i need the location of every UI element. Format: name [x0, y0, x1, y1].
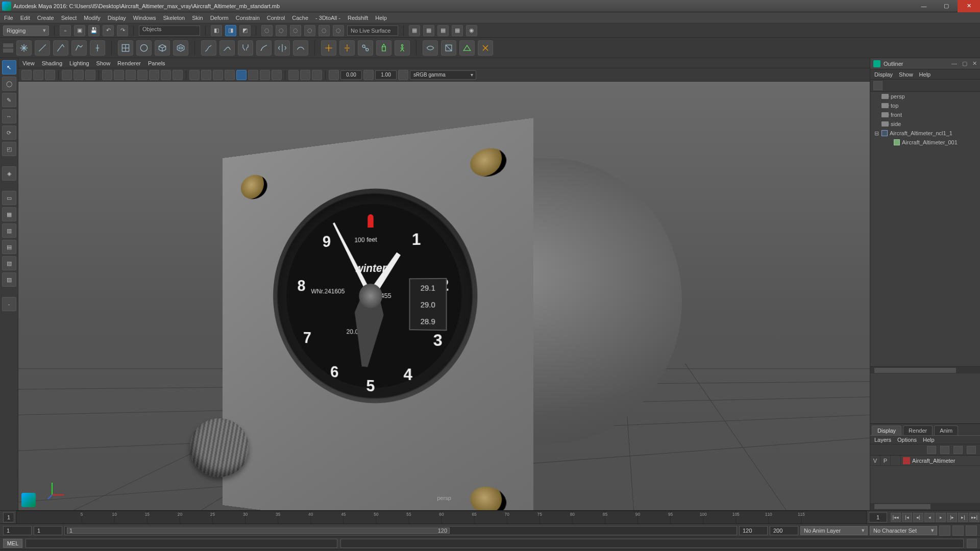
ik-handle-icon[interactable] [201, 40, 216, 56]
last-tool-button[interactable]: ◈ [2, 166, 16, 181]
script-language-toggle[interactable]: MEL [3, 539, 22, 548]
vp-wireframe-icon[interactable] [189, 70, 200, 80]
sphere-deform-icon[interactable] [136, 40, 152, 56]
layout-a-button[interactable]: ▥ [2, 223, 16, 238]
anim-layer-dropdown[interactable]: No Anim Layer [800, 526, 868, 535]
tab-display[interactable]: Display [872, 425, 901, 435]
vp-xray-icon[interactable] [300, 70, 310, 80]
menu-control[interactable]: Control [267, 15, 285, 21]
vp-resolution-gate-icon[interactable] [126, 70, 136, 80]
edge-tool-icon[interactable] [35, 40, 50, 56]
vp-film-gate-icon[interactable] [114, 70, 124, 80]
vp-gate-mask-icon[interactable] [137, 70, 148, 80]
time-ruler[interactable]: 5101520253035404550556065707580859095100… [16, 511, 867, 524]
layout-b-button[interactable]: ▤ [2, 240, 16, 254]
step-forward-button[interactable]: |▸ [947, 513, 957, 522]
menu-create[interactable]: Create [37, 15, 54, 21]
bind-skin-icon[interactable] [238, 40, 253, 56]
vp-image-plane-icon[interactable] [62, 70, 72, 80]
vp-xray-joints-icon[interactable] [312, 70, 322, 80]
range-track[interactable]: 1120 [64, 526, 737, 535]
menu-edit[interactable]: Edit [20, 15, 30, 21]
mirror-weights-icon[interactable] [275, 40, 290, 56]
scale-tool-button[interactable]: ◰ [2, 142, 16, 156]
vp-motion-blur-icon[interactable] [260, 70, 270, 80]
redo-button[interactable]: ↷ [117, 25, 128, 36]
layout-custom-button[interactable]: - [2, 297, 16, 311]
select-by-object-button[interactable]: ◨ [225, 25, 236, 36]
ipr-render-button[interactable]: ▦ [423, 25, 434, 36]
menu-deform[interactable]: Deform [210, 15, 229, 21]
blend-shape-icon[interactable] [423, 40, 438, 56]
menu-file[interactable]: File [4, 15, 13, 21]
tab-anim[interactable]: Anim [934, 425, 958, 435]
panel-minimize-button[interactable]: — [951, 60, 957, 67]
set-key-button[interactable] [952, 525, 964, 536]
layer-row[interactable]: V P Aircraft_Altimeter [870, 456, 980, 466]
outliner-menu-show[interactable]: Show [899, 71, 913, 78]
outliner-menu-display[interactable]: Display [874, 71, 893, 78]
undo-button[interactable]: ↶ [103, 25, 114, 36]
layer-playback-toggle[interactable]: P [880, 456, 891, 466]
vp-bookmark-icon[interactable] [45, 70, 55, 80]
vp-menu-show[interactable]: Show [96, 60, 111, 66]
insert-joint-icon[interactable] [339, 40, 355, 56]
selection-mode-search[interactable]: Objects [139, 26, 200, 36]
snap-live-button[interactable]: ◌ [318, 25, 330, 36]
outliner-search-icon[interactable] [873, 81, 883, 90]
play-back-button[interactable]: ◂ [924, 513, 935, 522]
range-start-inner[interactable]: 1 [34, 526, 62, 535]
ik-spline-icon[interactable] [219, 40, 235, 56]
layer-scrollbar[interactable] [870, 503, 980, 510]
menu-redshift[interactable]: Redshift [348, 15, 368, 21]
select-tool-button[interactable]: ↖ [2, 60, 16, 74]
lasso-tool-button[interactable]: ◯ [2, 77, 16, 91]
vp-gamma-icon[interactable] [363, 70, 374, 80]
vp-shadows-icon[interactable] [225, 70, 235, 80]
pose-editor-icon[interactable] [441, 40, 456, 56]
vp-ao-icon[interactable] [248, 70, 258, 80]
menu-constrain[interactable]: Constrain [236, 15, 260, 21]
outliner-menu-help[interactable]: Help [919, 71, 931, 78]
vp-select-camera-icon[interactable] [21, 70, 32, 80]
vp-grease-pencil-icon[interactable] [85, 70, 95, 80]
script-editor-button[interactable] [967, 539, 977, 548]
human-ik-icon[interactable] [395, 40, 410, 56]
vp-exposure-icon[interactable] [329, 70, 339, 80]
render-view-button[interactable]: ◉ [466, 25, 477, 36]
menu-cache[interactable]: Cache [292, 15, 308, 21]
vp-menu-view[interactable]: View [22, 60, 35, 66]
shelf-options-icon[interactable] [3, 48, 13, 53]
play-forward-button[interactable]: ▸ [936, 513, 946, 522]
vp-exposure-field[interactable]: 0.00 [340, 70, 362, 80]
vp-grid-icon[interactable] [102, 70, 112, 80]
vertex-tool-icon[interactable] [53, 40, 68, 56]
lattice-icon[interactable] [118, 40, 133, 56]
layers-menu-options[interactable]: Options [897, 437, 917, 443]
panel-maximize-button[interactable]: ▢ [962, 60, 967, 67]
create-joints-icon[interactable] [321, 40, 336, 56]
set-driven-key-icon[interactable] [459, 40, 475, 56]
vp-field-chart-icon[interactable] [149, 70, 159, 80]
new-layer-assign-button[interactable] [967, 446, 976, 454]
joint-tool-icon[interactable] [90, 40, 105, 56]
constraint-icon[interactable] [358, 40, 373, 56]
vp-viewtransform-icon[interactable] [398, 70, 408, 80]
vp-safe-action-icon[interactable] [161, 70, 171, 80]
move-tool-button[interactable]: ↔ [2, 109, 16, 123]
select-by-hierarchy-button[interactable]: ◧ [211, 25, 222, 36]
close-button[interactable]: ✕ [958, 0, 980, 12]
workspace-dropdown[interactable]: Rigging [3, 26, 49, 36]
snap-grid-button[interactable]: ◌ [261, 25, 273, 36]
menu-3dtoall[interactable]: - 3DtoAll - [315, 15, 340, 21]
paint-weights-icon[interactable] [256, 40, 272, 56]
auto-key-button[interactable] [939, 525, 950, 536]
smooth-weights-icon[interactable] [293, 40, 308, 56]
step-back-key-button[interactable]: |◂ [902, 513, 912, 522]
menu-windows[interactable]: Windows [133, 15, 156, 21]
range-thumb[interactable]: 1120 [67, 528, 450, 534]
menu-skeleton[interactable]: Skeleton [163, 15, 185, 21]
snap-curve-button[interactable]: ◌ [276, 25, 287, 36]
new-scene-button[interactable]: ▫ [60, 25, 71, 36]
vp-antialias-icon[interactable] [272, 70, 282, 80]
